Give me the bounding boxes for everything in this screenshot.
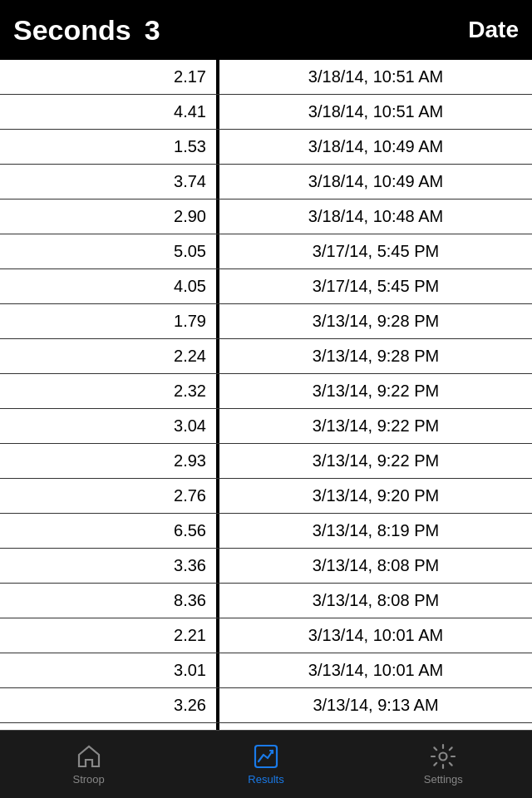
cell-date: 3/18/14, 10:49 AM [219, 165, 532, 199]
cell-date: 3/13/14, 9:28 PM [219, 339, 532, 373]
table-row: 2.323/13/14, 9:22 PM [0, 374, 532, 409]
cell-date: 3/13/14, 9:13 AM [219, 688, 532, 722]
cell-seconds: 1.79 [0, 304, 216, 338]
settings-icon [430, 743, 456, 770]
cell-seconds: 3.74 [0, 165, 216, 199]
cell-date: 3/13/14, 10:01 AM [219, 618, 532, 653]
table-row: 8.363/13/14, 8:08 PM [0, 584, 532, 618]
cell-date: 3/13/14, 9:20 PM [219, 479, 532, 513]
cell-seconds: 2.90 [0, 200, 216, 234]
seconds-label: Seconds [13, 14, 131, 47]
table-row: 5.053/17/14, 5:45 PM [0, 234, 532, 269]
table-row: 2.173/18/14, 10:51 AM [0, 60, 532, 95]
tab-bar: Stroop Results Settings [0, 730, 532, 798]
table-row: 4.053/17/14, 5:45 PM [0, 269, 532, 304]
cell-seconds: 2.24 [0, 339, 216, 373]
cell-date: 3/13/14, 10:01 AM [219, 653, 532, 687]
cell-date: 3/13/14, 9:22 PM [219, 444, 532, 478]
table-row: 2.683/12/14, 9:46 PM [0, 723, 532, 730]
cell-seconds: 1.53 [0, 130, 216, 164]
cell-date: 3/13/14, 8:08 PM [219, 584, 532, 618]
svg-point-1 [440, 753, 447, 761]
table-row: 3.263/13/14, 9:13 AM [0, 688, 532, 723]
table-row: 4.413/18/14, 10:51 AM [0, 95, 532, 130]
table-row: 2.903/18/14, 10:48 AM [0, 200, 532, 234]
tab-stroop-label: Stroop [73, 773, 105, 786]
cell-seconds: 5.05 [0, 234, 216, 268]
cell-seconds: 3.04 [0, 409, 216, 443]
cell-seconds: 2.21 [0, 618, 216, 653]
cell-seconds: 3.36 [0, 549, 216, 583]
table-row: 1.793/13/14, 9:28 PM [0, 304, 532, 339]
cell-date: 3/13/14, 8:08 PM [219, 549, 532, 583]
table-row: 2.933/13/14, 9:22 PM [0, 444, 532, 479]
table-row: 3.743/18/14, 10:49 AM [0, 165, 532, 200]
table-row: 3.043/13/14, 9:22 PM [0, 409, 532, 444]
cell-date: 3/13/14, 9:22 PM [219, 374, 532, 408]
table-row: 3.013/13/14, 10:01 AM [0, 653, 532, 688]
results-icon [253, 743, 279, 770]
cell-seconds: 2.32 [0, 374, 216, 408]
cell-seconds: 3.26 [0, 688, 216, 722]
results-table: 2.173/18/14, 10:51 AM4.413/18/14, 10:51 … [0, 60, 532, 730]
cell-seconds: 4.41 [0, 95, 216, 129]
tab-settings[interactable]: Settings [355, 731, 532, 798]
home-icon [76, 743, 102, 770]
header: Seconds 3 Date [0, 0, 532, 60]
cell-date: 3/18/14, 10:49 AM [219, 130, 532, 164]
cell-date: 3/13/14, 9:22 PM [219, 409, 532, 443]
tab-results[interactable]: Results [177, 731, 354, 798]
cell-seconds: 6.56 [0, 514, 216, 548]
cell-date: 3/18/14, 10:51 AM [219, 95, 532, 129]
table-row: 3.363/13/14, 8:08 PM [0, 549, 532, 584]
cell-seconds: 3.01 [0, 653, 216, 687]
cell-seconds: 2.93 [0, 444, 216, 478]
table-row: 2.213/13/14, 10:01 AM [0, 618, 532, 653]
cell-seconds: 2.68 [0, 723, 216, 730]
table-row: 6.563/13/14, 8:19 PM [0, 514, 532, 549]
table-row: 2.763/13/14, 9:20 PM [0, 479, 532, 514]
cell-date: 3/13/14, 8:19 PM [219, 514, 532, 548]
header-count: 3 [145, 14, 160, 47]
table-row: 1.533/18/14, 10:49 AM [0, 130, 532, 165]
cell-seconds: 8.36 [0, 584, 216, 618]
cell-seconds: 2.76 [0, 479, 216, 513]
date-label: Date [468, 17, 519, 43]
tab-stroop[interactable]: Stroop [0, 731, 177, 798]
cell-date: 3/18/14, 10:48 AM [219, 200, 532, 234]
tab-settings-label: Settings [424, 773, 463, 786]
cell-date: 3/17/14, 5:45 PM [219, 234, 532, 268]
cell-seconds: 2.17 [0, 60, 216, 94]
cell-date: 3/12/14, 9:46 PM [219, 723, 532, 730]
cell-date: 3/18/14, 10:51 AM [219, 60, 532, 94]
cell-date: 3/17/14, 5:45 PM [219, 269, 532, 303]
table-row: 2.243/13/14, 9:28 PM [0, 339, 532, 374]
cell-seconds: 4.05 [0, 269, 216, 303]
tab-results-label: Results [248, 773, 283, 786]
cell-date: 3/13/14, 9:28 PM [219, 304, 532, 338]
